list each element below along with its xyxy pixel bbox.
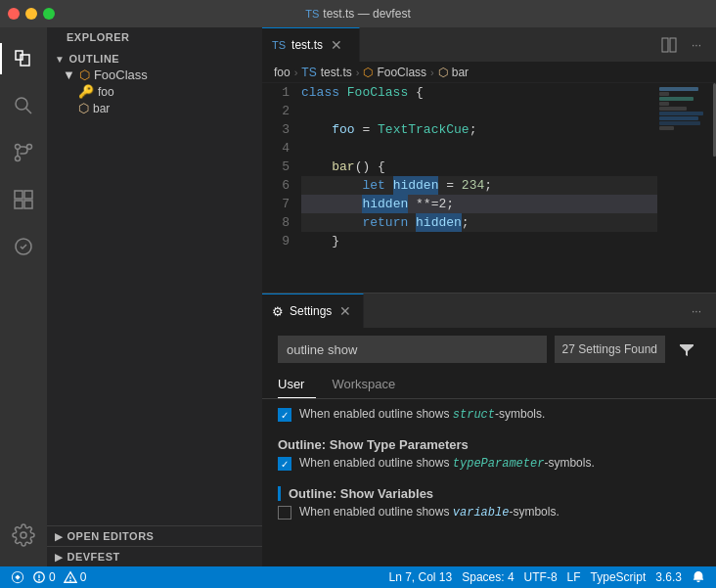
cursor-position-status[interactable]: Ln 7, Col 13 (385, 570, 455, 584)
outline-chevron: ▼ (55, 54, 65, 65)
settings-item-struct: When enabled outline shows struct-symbol… (278, 407, 700, 422)
svg-rect-13 (662, 38, 668, 52)
svg-rect-10 (24, 201, 32, 208)
code-line-1: class FooClass { (301, 83, 657, 102)
settings-search-bar: 27 Settings Found (262, 328, 716, 371)
svg-point-12 (21, 532, 26, 538)
open-editors-chevron: ▶ (55, 531, 64, 542)
open-editors-section[interactable]: ▶ OPEN EDITORS (47, 525, 262, 546)
warning-status[interactable]: 0 (61, 570, 90, 584)
settings-tab-icon: ⚙ (272, 304, 284, 319)
explorer-header[interactable]: EXPLORER (47, 27, 262, 47)
minimap-line (659, 112, 703, 115)
split-editor-button[interactable] (657, 33, 681, 57)
notification-bell[interactable] (689, 570, 708, 584)
minimap (657, 83, 716, 293)
breadcrumb-method[interactable]: bar (452, 66, 469, 79)
method-icon: ⬡ (78, 101, 89, 115)
breadcrumb-foo[interactable]: foo (274, 66, 291, 79)
activity-bar (0, 27, 47, 566)
settings-user-workspace-tabs: User Workspace (262, 371, 716, 399)
breadcrumb-classname[interactable]: FooClass (377, 66, 426, 79)
svg-rect-7 (15, 191, 22, 199)
traffic-lights (8, 8, 55, 20)
svg-point-2 (16, 98, 27, 110)
line-num-2: 2 (274, 102, 290, 120)
search-activity-icon[interactable] (0, 82, 47, 129)
outline-item-bar[interactable]: ⬡ bar (47, 100, 262, 116)
titlebar: TS test.ts — devfest (0, 0, 716, 27)
settings-user-tab[interactable]: User (278, 371, 316, 398)
main-layout: EXPLORER ▼ OUTLINE ▼ ⬡ FooClass 🔑 foo ⬡ … (0, 27, 716, 566)
svg-rect-8 (24, 191, 32, 199)
settings-item-typeparams: Outline: Show Type Parameters When enabl… (278, 437, 700, 471)
outline-class-item[interactable]: ▼ ⬡ FooClass (47, 67, 262, 83)
settings-item-struct-desc: When enabled outline shows struct-symbol… (278, 407, 700, 422)
line-num-9: 9 (274, 232, 290, 250)
code-line-5: bar() { (301, 158, 657, 176)
spaces-status[interactable]: Spaces: 4 (459, 570, 516, 584)
tab-close-button[interactable]: ✕ (329, 37, 344, 53)
settings-filter-button[interactable] (673, 336, 700, 363)
settings-more-actions[interactable]: ··· (685, 299, 708, 323)
settings-checkbox-variables[interactable] (278, 506, 291, 520)
settings-tab-close[interactable]: ✕ (337, 303, 353, 319)
svg-point-19 (69, 580, 71, 582)
settings-checkbox-struct[interactable] (278, 408, 291, 422)
settings-item-typeparams-desc: When enabled outline shows typeParameter… (278, 456, 700, 471)
devfest-section[interactable]: ▶ DEVFEST (47, 546, 262, 566)
close-button[interactable] (8, 8, 20, 20)
ts-file-icon: TS (272, 39, 286, 51)
line-num-1: 1 (274, 83, 290, 102)
line-ending-status[interactable]: LF (564, 570, 584, 584)
code-content[interactable]: class FooClass { foo = TextTrackCue; bar… (297, 83, 657, 293)
settings-activity-icon[interactable] (0, 512, 47, 559)
settings-checkbox-typeparams[interactable] (278, 457, 291, 471)
svg-point-4 (16, 145, 21, 150)
class-icon: ⬡ (79, 68, 90, 82)
minimize-button[interactable] (25, 8, 37, 20)
breadcrumb: foo › TS test.ts › ⬡ FooClass › ⬡ bar (262, 62, 716, 83)
language-status[interactable]: TypeScript (588, 570, 649, 584)
settings-search-input[interactable] (278, 336, 547, 363)
code-line-4 (301, 139, 657, 158)
remote-status[interactable] (8, 570, 27, 584)
settings-tab-actions: ··· (685, 294, 716, 328)
line-num-4: 4 (274, 139, 290, 158)
breadcrumb-class-icon: ⬡ (363, 66, 373, 79)
error-status[interactable]: 0 (29, 570, 59, 584)
maximize-button[interactable] (43, 8, 55, 20)
outline-section: ▼ OUTLINE ▼ ⬡ FooClass 🔑 foo ⬡ bar (47, 47, 262, 120)
ts-version-status[interactable]: 3.6.3 (652, 570, 685, 584)
settings-workspace-tab[interactable]: Workspace (332, 371, 407, 398)
code-editor[interactable]: 1 2 3 4 5 6 7 8 9 class FooClass { (262, 83, 657, 293)
property-icon: 🔑 (78, 84, 94, 99)
minimap-line (659, 116, 698, 120)
extensions-activity-icon[interactable] (0, 176, 47, 223)
svg-line-3 (26, 109, 32, 114)
status-bar: 0 0 Ln 7, Col 13 Spaces: 4 UTF-8 LF Type… (0, 566, 716, 588)
code-line-6: let hidden = 234; (301, 176, 657, 195)
explorer-activity-icon[interactable] (0, 35, 47, 82)
settings-content[interactable]: When enabled outline shows struct-symbol… (262, 399, 716, 566)
source-control-activity-icon[interactable] (0, 129, 47, 176)
outline-label[interactable]: ▼ OUTLINE (47, 51, 262, 67)
code-line-8: return hidden; (301, 213, 657, 232)
sidebar: EXPLORER ▼ OUTLINE ▼ ⬡ FooClass 🔑 foo ⬡ … (47, 27, 262, 566)
settings-found-badge: 27 Settings Found (555, 336, 665, 363)
settings-tab-bar: ⚙ Settings ✕ ··· (262, 294, 716, 328)
sidebar-bottom: ▶ OPEN EDITORS ▶ DEVFEST (47, 525, 262, 566)
settings-tab[interactable]: ⚙ Settings ✕ (262, 294, 364, 328)
debug-activity-icon[interactable] (0, 223, 47, 270)
breadcrumb-filename[interactable]: test.ts (321, 66, 352, 79)
outline-item-foo[interactable]: 🔑 foo (47, 83, 262, 100)
status-right: Ln 7, Col 13 Spaces: 4 UTF-8 LF TypeScri… (385, 570, 708, 584)
code-tab-bar: TS test.ts ✕ ··· (262, 27, 716, 62)
minimap-line (659, 97, 694, 101)
more-actions-button[interactable]: ··· (685, 33, 708, 57)
encoding-status[interactable]: UTF-8 (521, 570, 560, 584)
settings-panel: ⚙ Settings ✕ ··· 27 Settings Found (262, 293, 716, 566)
breadcrumb-sep-3: › (430, 67, 434, 78)
minimap-line (659, 107, 687, 111)
test-ts-tab[interactable]: TS test.ts ✕ (262, 27, 360, 62)
